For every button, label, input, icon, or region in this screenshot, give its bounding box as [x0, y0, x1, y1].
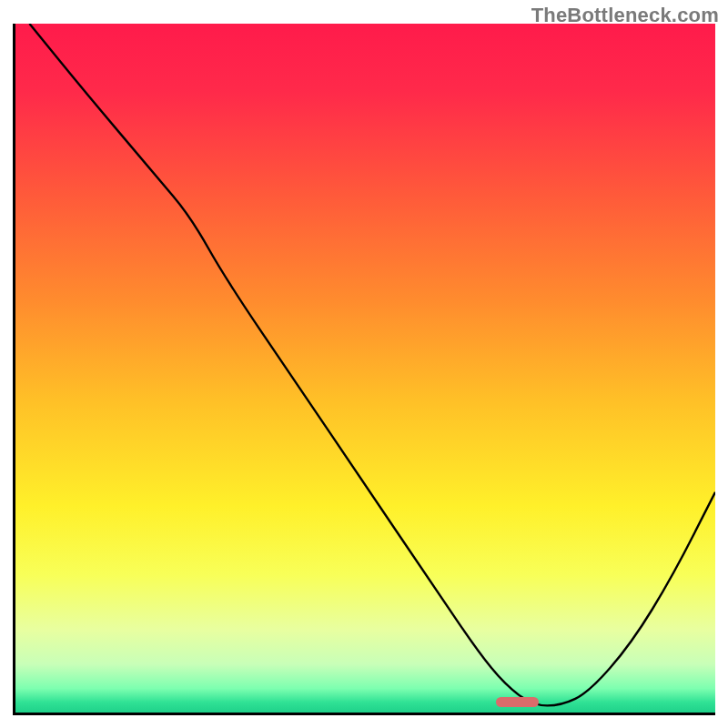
optimal-range-marker	[496, 697, 540, 707]
gradient-background	[15, 24, 715, 713]
plot-svg	[15, 24, 715, 713]
chart-canvas: TheBottleneck.com	[0, 0, 728, 728]
